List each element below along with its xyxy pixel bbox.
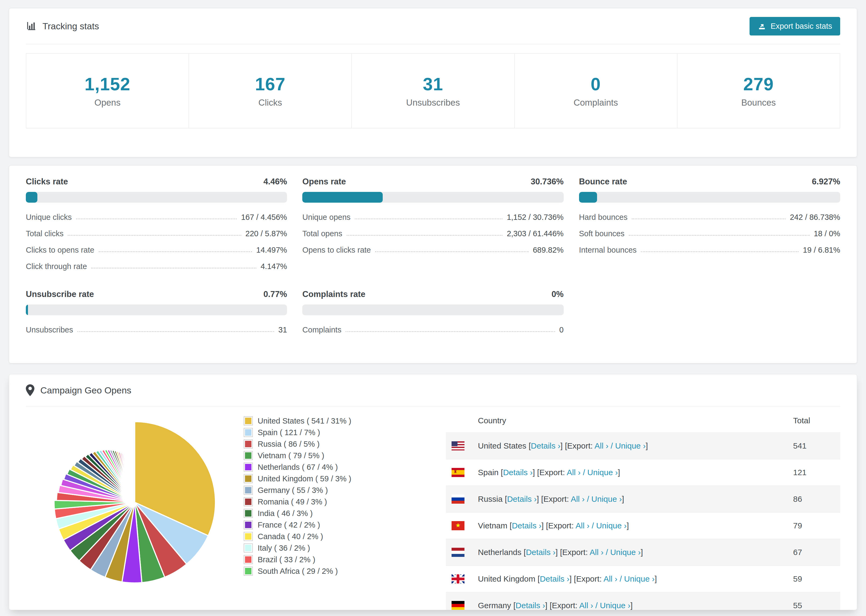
legend-label: Brazil ( 33 / 2% ) [258,555,315,564]
detail-row-value: 1,152 / 30.736% [507,213,564,222]
tracking-stats-title: Tracking stats [26,21,99,31]
progress-bar [579,192,840,203]
geo-table-header: Country Total [446,409,840,432]
geo-table-row-gb: United Kingdom [Details ›] [Export: All … [446,566,840,592]
export-unique-link[interactable]: Unique › [596,521,627,530]
tracking-stats-title-text: Tracking stats [43,21,99,31]
stat-value: 1,152 [85,74,131,94]
export-unique-link[interactable]: Unique › [587,468,618,477]
detail-row-value: 14.497% [256,246,287,255]
rate-title: Clicks rate [26,177,68,187]
export-unique-link[interactable]: Unique › [615,441,646,450]
details-link[interactable]: Details › [540,574,569,583]
legend-item-russia: Russia ( 86 / 5% ) [244,439,446,449]
stat-label: Bounces [741,97,776,108]
details-link[interactable]: Details › [503,468,532,477]
details-link[interactable]: Details › [512,521,542,530]
rate-detail-rows: Complaints0 [302,322,564,338]
legend-label: France ( 42 / 2% ) [258,520,320,530]
detail-row-label: Opens to clicks rate [302,246,371,255]
dotted-leader [375,251,529,252]
progress-bar [26,305,287,315]
legend-item-brazil: Brazil ( 33 / 2% ) [244,555,446,564]
detail-row-value: 689.82% [533,246,564,255]
dotted-leader [629,235,809,236]
rate-detail-rows: Hard bounces242 / 86.738%Soft bounces18 … [579,209,840,258]
geo-country-text: Netherlands [Details ›] [Export: All › /… [478,548,643,557]
stat-value: 31 [423,74,443,94]
detail-row: Opens to clicks rate689.82% [302,242,564,258]
rate-title: Opens rate [302,177,346,187]
legend-swatch [244,486,253,495]
es-flag-icon [452,468,464,477]
link-separator: / [617,574,624,583]
rate-value: 0% [552,289,564,299]
geo-table-row-vn: Vietnam [Details ›] [Export: All › / Uni… [446,512,840,539]
export-basic-stats-label: Export basic stats [770,22,832,31]
detail-row-value: 167 / 4.456% [241,213,287,222]
detail-row: Internal bounces19 / 6.81% [579,242,840,258]
dotted-leader [347,235,503,236]
detail-row: Click through rate4.147% [26,258,287,275]
export-unique-link[interactable]: Unique › [600,601,630,610]
geo-country-cell: Netherlands [Details ›] [Export: All › /… [446,548,793,557]
export-all-link[interactable]: All › [579,601,593,610]
gb-flag-icon [452,574,464,583]
stat-label: Clicks [258,97,282,108]
us-flag-icon [452,441,464,451]
detail-row-value: 0 [559,325,564,334]
map-marker-icon [26,384,35,396]
export-all-link[interactable]: All › [595,441,609,450]
link-separator: / [608,441,615,450]
legend-item-india: India ( 46 / 3% ) [244,509,446,518]
export-unique-link[interactable]: Unique › [591,495,622,503]
detail-row: Total clicks220 / 5.87% [26,225,287,242]
legend-label: Romania ( 49 / 3% ) [258,498,327,506]
link-separator: / [603,548,610,556]
export-basic-stats-button[interactable]: Export basic stats [749,17,840,36]
legend-label: India ( 46 / 3% ) [258,509,313,518]
export-all-link[interactable]: All › [567,468,581,477]
export-all-link[interactable]: All › [571,495,585,503]
rate-value: 30.736% [531,177,564,187]
export-all-link[interactable]: All › [603,574,617,583]
detail-row: Clicks to opens rate14.497% [26,242,287,258]
export-all-link[interactable]: All › [576,521,589,530]
detail-row-label: Internal bounces [579,246,636,255]
legend-item-canada: Canada ( 40 / 2% ) [244,532,446,541]
legend-item-united-states: United States ( 541 / 31% ) [244,416,446,426]
legend-swatch [244,509,253,518]
geo-country-text: Russia [Details ›] [Export: All › / Uniq… [478,495,624,504]
detail-row-label: Complaints [302,325,341,334]
geo-total-cell: 86 [793,495,840,504]
export-unique-link[interactable]: Unique › [624,574,655,583]
detail-row: Total opens2,303 / 61.446% [302,225,564,242]
dotted-leader [355,218,502,219]
detail-row-label: Hard bounces [579,213,628,222]
geo-country-cell: Vietnam [Details ›] [Export: All › / Uni… [446,521,793,530]
geo-content: United States ( 541 / 31% )Spain ( 121 /… [26,409,840,610]
details-link[interactable]: Details › [507,495,537,503]
campaign-geo-opens-card: Campaign Geo Opens United States ( 541 /… [9,374,857,610]
export-all-link[interactable]: All › [589,548,603,556]
details-link[interactable]: Details › [531,441,561,450]
legend-swatch [244,567,253,576]
progress-bar [302,192,564,203]
detail-row-value: 19 / 6.81% [803,246,840,255]
progress-bar-fill [26,305,28,315]
details-link[interactable]: Details › [526,548,555,556]
legend-label: Vietnam ( 79 / 5% ) [258,451,324,460]
legend-swatch [244,428,253,437]
export-unique-link[interactable]: Unique › [610,548,641,556]
details-link[interactable]: Details › [516,601,545,610]
legend-swatch [244,555,253,564]
stat-cell-bounces: 279Bounces [677,54,840,128]
rate-title-row: Clicks rate4.46% [26,177,287,187]
detail-row-label: Unique clicks [26,213,72,222]
bar-chart-icon [26,21,36,31]
stat-value: 279 [743,74,774,94]
dotted-leader [68,235,241,236]
legend-item-spain: Spain ( 121 / 7% ) [244,428,446,437]
rate-title-row: Bounce rate6.927% [579,177,840,187]
legend-swatch [244,497,253,506]
